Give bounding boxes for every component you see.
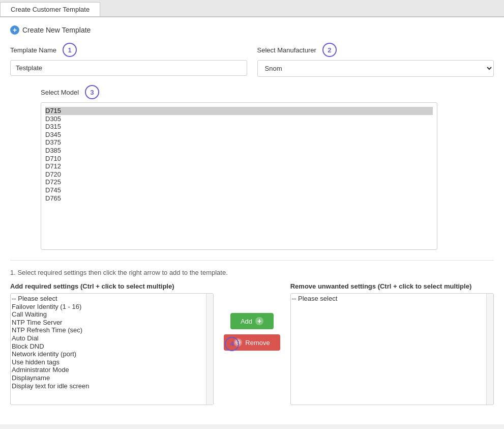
add-settings-header: Add required settings (Ctrl + click to s… [10, 282, 214, 290]
remove-settings-col: Remove unwanted settings (Ctrl + click t… [290, 282, 494, 405]
tab-create-customer-template[interactable]: Create Customer Template [0, 2, 100, 16]
scrollbar[interactable] [206, 294, 213, 405]
step2-badge: 2 [322, 43, 337, 57]
manufacturer-group: Select Manufacturer 2 Snom Yealink Polyc… [257, 43, 494, 77]
add-button-label: Add [241, 318, 252, 325]
model-select[interactable]: D715 D305 D315 D345 D375 D385 D710 D712 … [41, 103, 437, 249]
add-settings-select[interactable]: -- Please select Failover Identity (1 - … [11, 294, 206, 405]
add-settings-list-box: -- Please select Failover Identity (1 - … [10, 293, 214, 405]
select-model-label: Select Model 3 [41, 85, 494, 99]
step1-badge: 1 [63, 43, 77, 57]
two-col-section: Add required settings (Ctrl + click to s… [10, 282, 494, 405]
manufacturer-select[interactable]: Snom Yealink Polycom Cisco [257, 60, 494, 77]
template-name-input[interactable] [10, 60, 247, 76]
instruction-text: 1. Select required settings then click t… [10, 269, 494, 276]
add-settings-col: Add required settings (Ctrl + click to s… [10, 282, 214, 405]
page-content: + Create New Template Template Name 1 Se… [0, 17, 504, 424]
create-template-heading: Create New Template [22, 26, 91, 34]
divider [10, 260, 494, 261]
step3-badge: 3 [85, 85, 99, 99]
add-plus-icon: + [255, 317, 263, 325]
remove-settings-header: Remove unwanted settings (Ctrl + click t… [290, 282, 494, 290]
step4-area: 4 [221, 337, 239, 351]
template-name-group: Template Name 1 [10, 43, 247, 76]
select-model-section: Select Model 3 D715 D305 D315 D345 D375 … [41, 85, 494, 250]
remove-settings-select[interactable]: -- Please select [291, 294, 486, 405]
form-row-name-manufacturer: Template Name 1 Select Manufacturer 2 Sn… [10, 43, 494, 77]
model-select-box: D715 D305 D315 D345 D375 D385 D710 D712 … [41, 102, 437, 250]
remove-settings-list-box: -- Please select [290, 293, 494, 405]
create-new-template-header: + Create New Template [10, 25, 494, 35]
plus-circle-icon: + [10, 25, 19, 35]
tab-bar: Create Customer Template [0, 0, 504, 17]
remove-button-label: Remove [245, 339, 270, 347]
add-button[interactable]: Add + [230, 313, 274, 329]
remove-scrollbar[interactable] [486, 294, 493, 405]
tab-label: Create Customer Template [11, 6, 90, 13]
step4-badge: 4 [225, 337, 239, 351]
template-name-label: Template Name 1 [10, 43, 247, 57]
manufacturer-label: Select Manufacturer 2 [257, 43, 494, 57]
